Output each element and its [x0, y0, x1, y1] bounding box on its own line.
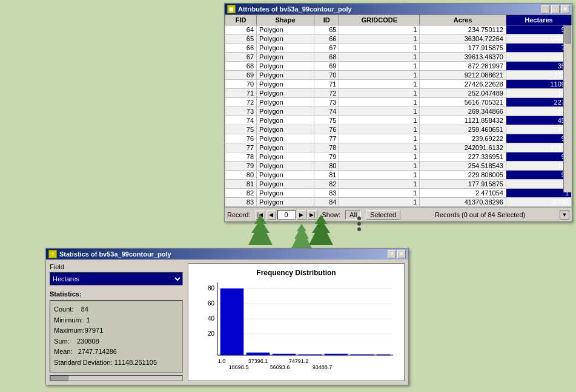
table-cell: Polygon [257, 98, 314, 107]
col-shape[interactable]: Shape [257, 15, 314, 25]
col-acres[interactable]: Acres [420, 15, 506, 25]
table-cell: 76 [314, 125, 339, 134]
table-cell: 11099 [506, 80, 571, 89]
svg-text:18698.5: 18698.5 [229, 364, 249, 370]
table-cell: 36304.72264 [420, 34, 506, 44]
table-cell: Polygon [257, 189, 314, 198]
table-cell: 69 [314, 62, 339, 71]
statistics-label: Statistics: [50, 290, 183, 298]
attr-table-body: 64Polygon651234.7501129565Polygon6613630… [225, 25, 572, 207]
stats-titlebar-left: ? Statistics of bv53a_99contour_poly [48, 250, 171, 258]
table-cell: 1 [339, 152, 420, 162]
table-row[interactable]: 80Polygon811229.80800593 [225, 171, 572, 180]
col-id[interactable]: ID [314, 15, 339, 25]
svg-rect-18 [351, 354, 374, 355]
table-row[interactable]: 66Polygon671177.91587572 [225, 44, 572, 53]
table-row[interactable]: 82Polygon8312.4710541 [225, 189, 572, 198]
table-cell: 93 [506, 171, 571, 180]
table-cell: 77 [314, 134, 339, 143]
table-cell: 1 [339, 53, 420, 62]
table-cell: Polygon [257, 107, 314, 116]
table-cell: Polygon [257, 25, 314, 34]
table-cell: 71 [225, 89, 257, 98]
tree-decorations [248, 215, 369, 251]
table-row[interactable]: 69Polygon7019212.0886213728 [225, 71, 572, 80]
maximize-button[interactable]: □ [551, 5, 560, 13]
stats-window-title: Statistics of bv53a_99contour_poly [59, 250, 171, 258]
table-cell: 1 [339, 71, 420, 80]
table-cell: 353 [506, 62, 571, 71]
table-cell: 81 [225, 180, 257, 189]
table-row[interactable]: 83Polygon84141370.3829616742 [225, 198, 572, 207]
table-row[interactable]: 81Polygon821177.91587572 [225, 180, 572, 189]
table-cell: 14692 [506, 34, 571, 44]
chart-title: Frequency Distribution [193, 269, 399, 277]
svg-rect-14 [247, 353, 270, 355]
frequency-chart: 80 60 40 20 [193, 279, 399, 373]
close-button[interactable]: ✕ [561, 5, 569, 13]
stats-horizontal-scrollbar[interactable] [50, 375, 183, 381]
stats-body: Field Hectares Statistics: Count: 84 Min… [46, 260, 408, 385]
table-row[interactable]: 67Polygon68139613.4637016031 [225, 53, 572, 62]
table-row[interactable]: 73Polygon741269.344866109 [225, 107, 572, 116]
field-select-wrap: Hectares [50, 272, 183, 286]
table-cell: 66 [314, 34, 339, 44]
svg-text:60: 60 [208, 300, 215, 307]
table-cell: 454 [506, 116, 571, 125]
table-row[interactable]: 68Polygon691872.281997353 [225, 62, 572, 71]
stats-close-button[interactable]: ✕ [397, 250, 406, 258]
table-row[interactable]: 76Polygon771239.6922297 [225, 134, 572, 143]
table-cell: 72 [506, 44, 571, 53]
show-selected-button[interactable]: Selected [366, 210, 400, 220]
field-select[interactable]: Hectares [50, 272, 183, 286]
minimize-button[interactable]: _ [541, 5, 550, 13]
stat-sum: Sum: 230808 [54, 336, 179, 347]
table-cell: 75 [314, 116, 339, 125]
table-cell: 78 [314, 143, 339, 152]
table-cell: 5616.705321 [420, 98, 506, 107]
table-row[interactable]: 79Polygon801254.518543103 [225, 162, 572, 171]
table-row[interactable]: 65Polygon66136304.7226414692 [225, 34, 572, 44]
attr-window-title: Attributes of bv53a_99contour_poly [238, 5, 352, 13]
table-cell: Polygon [257, 44, 314, 53]
table-cell: 83 [314, 189, 339, 198]
table-cell: 1 [339, 62, 420, 71]
scrollbar-thumb[interactable] [564, 25, 571, 44]
table-row[interactable]: 64Polygon651234.75011295 [225, 25, 572, 34]
dropdown-button[interactable]: ▼ [560, 210, 569, 220]
table-cell: 73 [225, 107, 257, 116]
stats-scrollbar-thumb[interactable] [50, 376, 68, 381]
table-cell: 1 [339, 116, 420, 125]
table-row[interactable]: 75Polygon761259.460651105 [225, 125, 572, 134]
table-cell: 2273 [506, 98, 571, 107]
table-cell: Polygon [257, 71, 314, 80]
table-cell: 105 [506, 125, 571, 134]
table-cell: 77 [225, 143, 257, 152]
table-row[interactable]: 71Polygon721252.047489102 [225, 89, 572, 98]
svg-marker-2 [291, 224, 312, 248]
table-row[interactable]: 72Polygon7315616.7053212273 [225, 98, 572, 107]
table-container: FID Shape ID GRIDCODE Acres Hectares 64P… [225, 15, 572, 207]
stats-titlebar-icon: ? [48, 250, 57, 258]
table-cell: 76 [225, 134, 257, 143]
table-row[interactable]: 70Polygon71127426.2262811099 [225, 80, 572, 89]
col-hectares[interactable]: Hectares [506, 15, 571, 25]
table-cell: 1 [339, 125, 420, 134]
vertical-scrollbar[interactable] [563, 25, 572, 192]
table-row[interactable]: 74Polygon7511121.858432454 [225, 116, 572, 125]
table-cell: Polygon [257, 134, 314, 143]
col-fid[interactable]: FID [225, 15, 257, 25]
table-cell: 97971 [506, 143, 571, 152]
table-row[interactable]: 77Polygon781242091.613297971 [225, 143, 572, 152]
stats-help-button[interactable]: ? [388, 250, 396, 258]
table-cell: 39613.46370 [420, 53, 506, 62]
table-cell: 79 [314, 152, 339, 162]
table-cell: 254.518543 [420, 162, 506, 171]
table-cell: 80 [225, 171, 257, 180]
table-cell: 78 [225, 152, 257, 162]
col-gridcode[interactable]: GRIDCODE [339, 15, 420, 25]
titlebar-left: ▦ Attributes of bv53a_99contour_poly [227, 5, 352, 13]
table-row[interactable]: 78Polygon791227.33695192 [225, 152, 572, 162]
table-cell: 1 [339, 143, 420, 152]
field-label: Field [50, 263, 183, 270]
